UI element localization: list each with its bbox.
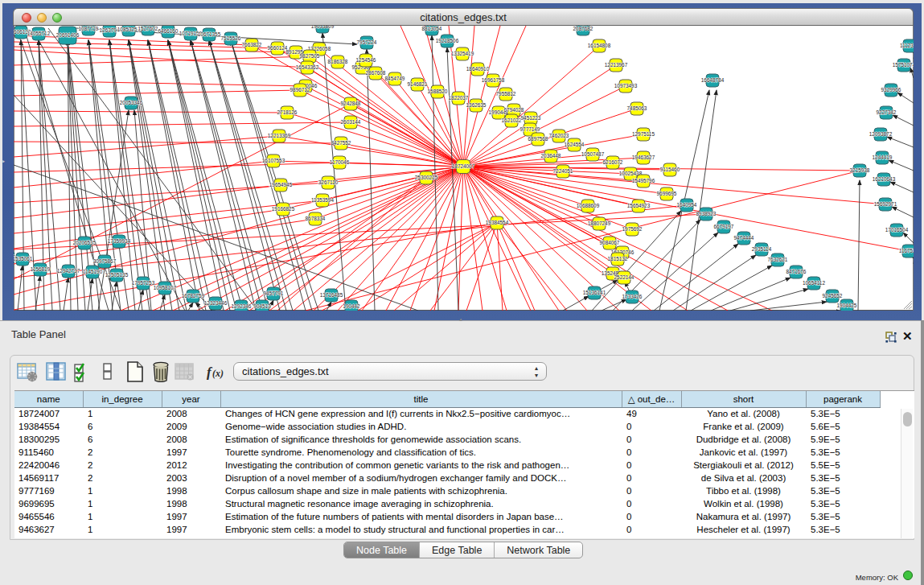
svg-text:8938923: 8938923 [696,211,717,216]
svg-text:18807249: 18807249 [588,220,611,226]
svg-text:9227342: 9227342 [877,109,897,115]
svg-text:10671355: 10671355 [198,31,221,37]
svg-text:8427552: 8427552 [331,140,351,146]
svg-text:1904425: 1904425 [837,303,857,308]
svg-text:9115460: 9115460 [660,167,680,172]
svg-text:7224051: 7224051 [553,168,573,174]
svg-text:2522144: 2522144 [614,274,634,280]
svg-text:19218506: 19218506 [436,38,459,43]
svg-text:190442: 190442 [343,303,360,309]
svg-text:10688609: 10688609 [577,203,600,208]
svg-text:6794028: 6794028 [504,107,524,113]
svg-text:12323446: 12323446 [204,300,228,306]
svg-text:19463627: 19463627 [632,154,655,160]
svg-text:18724007: 18724007 [452,163,475,169]
svg-text:904513: 904513 [253,303,271,309]
svg-text:8678334: 8678334 [306,216,326,221]
svg-text:2935114: 2935114 [752,246,772,252]
svg-text:10958107: 10958107 [154,285,177,290]
svg-text:7515526: 7515526 [221,35,241,41]
svg-text:10654112: 10654112 [803,280,825,286]
svg-text:9660124: 9660124 [268,45,288,51]
svg-text:19033809: 19033809 [311,26,335,29]
svg-text:9245652: 9245652 [823,293,843,299]
svg-text:12213369: 12213369 [268,133,291,138]
svg-text:16648784: 16648784 [701,77,725,83]
svg-text:9474444: 9474444 [734,235,754,241]
svg-text:1535061: 1535061 [14,256,33,262]
svg-text:16107553: 16107553 [262,158,285,163]
svg-text:7485063: 7485063 [627,105,647,111]
svg-text:1167534: 1167534 [899,248,914,253]
svg-text:9457791: 9457791 [264,290,284,296]
svg-text:9146821: 9146821 [408,81,428,87]
svg-text:2087682: 2087682 [573,26,593,31]
svg-text:1362635: 1362635 [466,102,487,108]
svg-text:12213967: 12213967 [605,62,628,68]
svg-text:2036448: 2036448 [541,153,561,159]
svg-text:20053346: 20053346 [120,100,143,105]
svg-text:7955812: 7955812 [496,91,516,97]
svg-text:3215938: 3215938 [850,167,870,173]
svg-text:12093872: 12093872 [869,131,893,137]
svg-text:12942737: 12942737 [57,268,80,274]
svg-text:1822037: 1822037 [449,95,469,101]
svg-text:8813054: 8813054 [422,26,442,31]
svg-text:1145190: 1145190 [83,269,103,274]
svg-text:8454749: 8454749 [385,76,405,81]
svg-text:1112386: 1112386 [900,43,914,48]
svg-text:18640910: 18640910 [466,66,490,72]
svg-text:9896712: 9896712 [290,87,310,93]
svg-text:1815132: 1815132 [608,256,628,262]
svg-text:19654945: 19654945 [269,182,293,187]
svg-text:17016504: 17016504 [885,227,909,233]
svg-text:1527602: 1527602 [138,26,158,31]
svg-text:1244419: 1244419 [873,154,893,160]
svg-text:17359934: 17359934 [108,238,131,244]
svg-text:6466160: 6466160 [158,28,179,34]
svg-text:2867608: 2867608 [366,70,386,76]
svg-text:15751074: 15751074 [893,62,914,68]
svg-text:30975867: 30975867 [93,258,117,264]
svg-text:15654923: 15654923 [627,203,651,208]
svg-text:25300215: 25300215 [415,175,438,180]
svg-text:16543362: 16543362 [296,64,319,70]
svg-text:9329966: 9329966 [881,87,901,93]
svg-text:1621022: 1621022 [502,117,522,123]
svg-text:19166825: 19166825 [272,206,295,212]
svg-text:15692971: 15692971 [874,201,897,207]
svg-text:20206535: 20206535 [73,240,97,245]
svg-text:15136141: 15136141 [583,290,606,295]
svg-text:6679197: 6679197 [714,224,734,229]
svg-text:14055712: 14055712 [27,31,51,36]
svg-text:10973493: 10973493 [614,83,638,89]
svg-text:1254546: 1254546 [356,57,376,63]
svg-text:2603144: 2603144 [341,119,361,125]
svg-text:10853257: 10853257 [117,27,141,32]
svg-text:10507487: 10507487 [581,151,605,157]
svg-text:9777149: 9777149 [520,126,540,132]
svg-text:7632621: 7632621 [768,257,788,262]
svg-text:1624554: 1624554 [565,142,585,147]
svg-text:1640954: 1640954 [677,202,697,208]
svg-text:7663822: 7663822 [242,42,262,47]
svg-text:1087719: 1087719 [79,26,99,31]
svg-text:11353594: 11353594 [311,197,334,203]
svg-text:1588520: 1588520 [428,89,448,94]
svg-text:1156819: 1156819 [31,266,51,272]
svg-text:6897568: 6897568 [528,136,548,142]
svg-text:1733426: 1733426 [622,294,643,299]
svg-text:16210643: 16210643 [873,176,896,182]
svg-text:17957253: 17957253 [132,280,155,286]
svg-text:16961758: 16961758 [482,77,505,83]
svg-text:9242848: 9242848 [341,101,361,106]
svg-text:9827505: 9827505 [300,53,320,59]
svg-text:12975115: 12975115 [632,131,655,137]
svg-text:16782759: 16782759 [182,293,205,299]
svg-text:9451223: 9451223 [521,115,541,121]
svg-text:6216072: 6216072 [603,159,623,165]
svg-text:7957224: 7957224 [357,39,377,45]
svg-text:(x): (x) [212,368,224,379]
svg-text:15495796: 15495796 [632,178,655,183]
svg-text:9084067: 9084067 [600,240,620,245]
